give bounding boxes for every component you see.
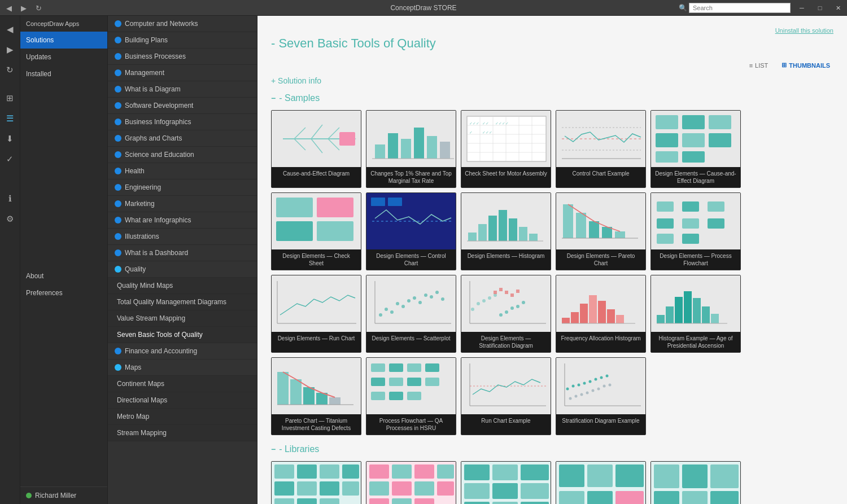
tree-item[interactable]: Building Plans: [108, 32, 257, 49]
minimize-btn[interactable]: ─: [793, 0, 811, 16]
sidebar-icon-installed[interactable]: ✓: [1, 150, 19, 168]
sidebar-icon-apps[interactable]: ⊞: [1, 89, 19, 107]
svg-point-105: [471, 308, 474, 311]
tree-item[interactable]: Software Development: [108, 98, 257, 114]
tree-item[interactable]: Value Stream Mapping: [108, 310, 257, 327]
svg-rect-213: [521, 502, 549, 504]
tree-item[interactable]: Stream Mapping: [108, 425, 257, 441]
nav-item-updates[interactable]: Updates: [20, 49, 107, 65]
sidebar-icon-forward[interactable]: ▶: [1, 41, 19, 59]
sidebar-icon-prefs[interactable]: ⚙: [1, 210, 19, 228]
library-card[interactable]: Cause-and-Effect Diagram: [271, 461, 361, 504]
svg-rect-152: [407, 378, 421, 386]
nav-item-about[interactable]: About: [20, 268, 107, 284]
samples-toggle[interactable]: −: [271, 94, 276, 103]
library-card[interactable]: Pareto Chart: [650, 461, 741, 504]
sample-card[interactable]: Histogram Example — Age of Presidential …: [650, 275, 741, 353]
tree-item[interactable]: Business Infographics: [108, 114, 257, 130]
svg-rect-45: [656, 133, 678, 147]
nav-item-prefs[interactable]: Preferences: [20, 284, 107, 301]
sample-card[interactable]: Pareto Chart — Titanium Investment Casti…: [271, 357, 361, 435]
tree-item[interactable]: Directional Maps: [108, 392, 257, 409]
tree-item-label: Building Plans: [125, 36, 168, 44]
tree-item[interactable]: Finance and Accounting: [108, 343, 257, 360]
sample-card[interactable]: Design Elements — Control Chart: [366, 192, 456, 270]
sample-card[interactable]: Design Elements — Stratification Diagram: [461, 275, 551, 353]
sample-card[interactable]: Frequency Allocation Histogram: [556, 275, 646, 353]
maximize-btn[interactable]: □: [811, 0, 829, 16]
close-btn[interactable]: ✕: [829, 0, 847, 16]
tree-item[interactable]: Business Processes: [108, 49, 257, 65]
tree-item[interactable]: Total Quality Management Diagrams: [108, 294, 257, 310]
sidebar-icon-updates[interactable]: ⬇: [1, 130, 19, 148]
svg-rect-212: [492, 502, 518, 504]
sample-label: Design Elements — Check Sheet: [272, 249, 361, 270]
search-input[interactable]: [689, 3, 791, 13]
sample-card[interactable]: Process Flowchart — QA Processes in HSRU: [366, 357, 456, 435]
tree-item[interactable]: Seven Basic Tools of Quality: [108, 327, 257, 343]
tree-item[interactable]: What is a Dashboard: [108, 245, 257, 261]
sample-thumbnail: [366, 358, 456, 414]
tree-item-label: Health: [125, 167, 145, 175]
library-card[interactable]: Check Sheet: [366, 461, 456, 504]
svg-rect-76: [657, 201, 674, 212]
sample-label: Design Elements — Scatterplot: [366, 332, 456, 345]
sample-card[interactable]: Run Chart Example: [461, 357, 551, 435]
nav-refresh-btn[interactable]: ↻: [32, 1, 45, 15]
tree-item[interactable]: Graphs and Charts: [108, 130, 257, 147]
svg-rect-66: [529, 234, 538, 241]
sample-card[interactable]: Control Chart Example: [556, 110, 646, 188]
tree-item[interactable]: Illustrations: [108, 229, 257, 245]
tree-item[interactable]: Continent Maps: [108, 376, 257, 392]
svg-rect-141: [303, 387, 315, 405]
sidebar-icon-solutions[interactable]: ☰: [1, 109, 19, 128]
libraries-toggle[interactable]: −: [271, 445, 276, 454]
sample-card[interactable]: Design Elements — Scatterplot: [366, 275, 456, 353]
tree-item[interactable]: Health: [108, 163, 257, 179]
sample-card[interactable]: Stratification Diagram Example: [556, 357, 646, 435]
svg-point-100: [435, 291, 439, 294]
tree-item[interactable]: Metro Map: [108, 409, 257, 425]
uninstall-link[interactable]: Uninstall this solution: [271, 27, 833, 34]
tree-item[interactable]: Engineering: [108, 179, 257, 196]
sidebar-icon-refresh[interactable]: ↻: [1, 61, 19, 79]
svg-point-110: [499, 313, 503, 317]
sample-card[interactable]: Design Elements — Histogram: [461, 192, 551, 270]
tree-item[interactable]: What is a Diagram: [108, 81, 257, 98]
library-card[interactable]: Histogram: [556, 461, 646, 504]
nav-item-solutions[interactable]: Solutions: [20, 32, 107, 49]
nav-back-btn[interactable]: ◀: [2, 1, 16, 15]
nav-item-installed[interactable]: Installed: [20, 65, 107, 82]
svg-rect-71: [589, 221, 599, 238]
tree-item[interactable]: Quality: [108, 261, 257, 278]
sample-card[interactable]: Design Elements — Process Flowchart: [650, 192, 741, 270]
svg-rect-134: [693, 298, 701, 323]
sidebar-icon-about[interactable]: ℹ: [1, 190, 19, 208]
view-list-btn[interactable]: ≡ LIST: [746, 60, 772, 71]
sample-card[interactable]: Design Elements — Pareto Chart: [556, 192, 646, 270]
sample-card[interactable]: Design Elements — Run Chart: [271, 275, 361, 353]
tree-item[interactable]: Science and Education: [108, 147, 257, 163]
svg-rect-218: [559, 491, 584, 504]
svg-point-171: [606, 375, 609, 378]
sample-card[interactable]: ✓✓✓ ✓✓ ✓✓✓✓ ✓ ✓✓✓ Check Sheet for Motor …: [461, 110, 551, 188]
nav-item-apps[interactable]: ConceptDraw Apps: [20, 16, 107, 32]
view-thumbnails-btn[interactable]: ⊞ THUMBNAILS: [778, 60, 833, 71]
sample-label: Histogram Example — Age of Presidential …: [651, 332, 740, 352]
svg-rect-121: [562, 318, 570, 323]
tree-item[interactable]: Quality Mind Maps: [108, 278, 257, 294]
tree-item[interactable]: Computer and Networks: [108, 16, 257, 32]
nav-forward-btn[interactable]: ▶: [17, 1, 30, 15]
library-card[interactable]: Control Chart: [461, 461, 551, 504]
tree-item[interactable]: Management: [108, 65, 257, 81]
sample-card[interactable]: Design Elements — Cause-and-Effect Diagr…: [650, 110, 741, 188]
solution-info[interactable]: + Solution info: [271, 76, 833, 85]
tree-item[interactable]: Maps: [108, 360, 257, 376]
sample-card[interactable]: Cause-and-Effect Diagram: [271, 110, 361, 188]
sidebar-icon-back[interactable]: ◀: [1, 20, 19, 38]
sample-card[interactable]: Design Elements — Check Sheet: [271, 192, 361, 270]
svg-rect-43: [682, 115, 705, 129]
tree-item[interactable]: Marketing: [108, 196, 257, 212]
sample-card[interactable]: Changes Top 1% Share and Top Marginal Ta…: [366, 110, 456, 188]
tree-item[interactable]: What are Infographics: [108, 212, 257, 229]
